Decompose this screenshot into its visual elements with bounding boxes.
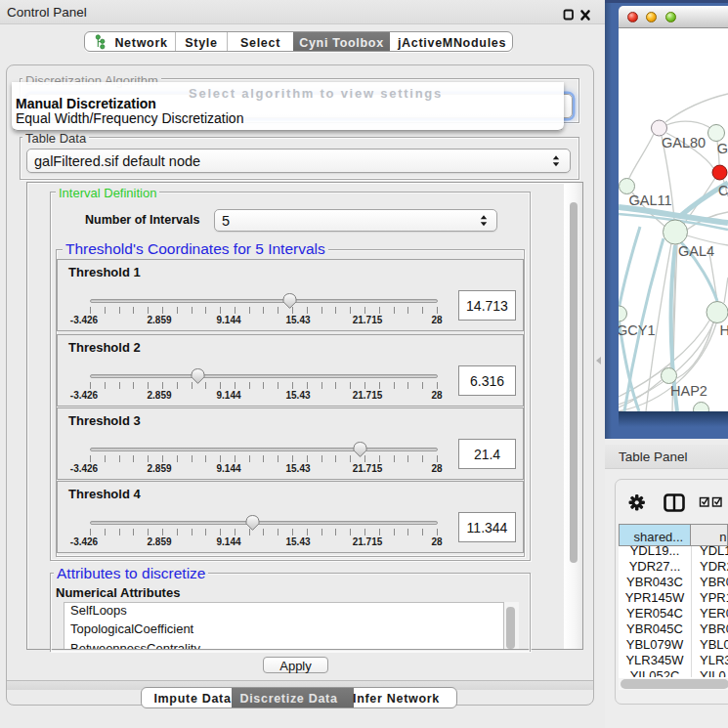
svg-text:HAP2: HAP2 (670, 383, 707, 399)
svg-text:GAL80: GAL80 (662, 134, 706, 150)
svg-text:GCY1: GCY1 (619, 322, 656, 338)
svg-text:H: H (720, 322, 728, 338)
svg-text:C: C (718, 183, 728, 198)
svg-text:GA: GA (717, 140, 728, 155)
svg-text:GAL4: GAL4 (678, 242, 714, 258)
svg-text:GAL11: GAL11 (629, 192, 672, 207)
